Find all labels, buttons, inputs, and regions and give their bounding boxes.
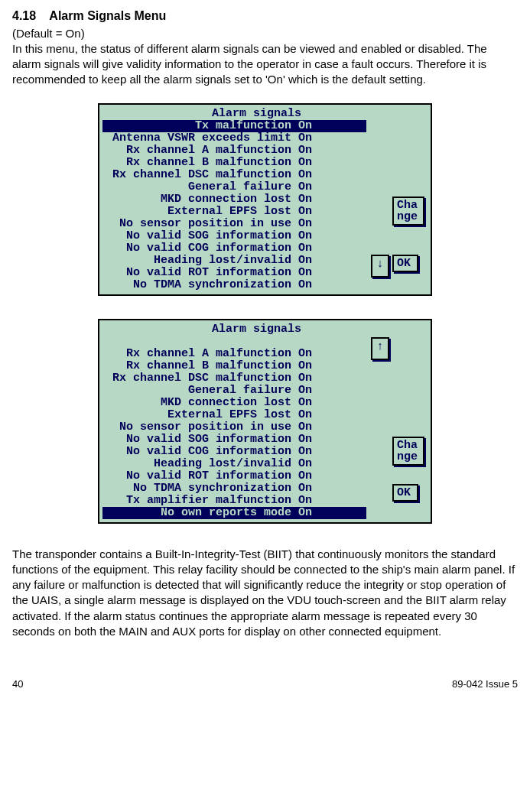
- alarm-row[interactable]: Rx channel A malfunction On: [102, 145, 366, 157]
- alarm-row[interactable]: Heading lost/invalid On: [102, 255, 366, 267]
- screen-2-container: Alarm signals Rx channel A malfunction O…: [12, 319, 518, 524]
- alarm-row[interactable]: Rx channel B malfunction On: [102, 157, 366, 169]
- alarm-row[interactable]: Tx malfunction On: [102, 120, 366, 132]
- button-column-1: Cha nge ↓ OK: [366, 108, 428, 291]
- alarm-row[interactable]: No TDMA synchronization On: [102, 482, 366, 495]
- doc-id: 89-042 Issue 5: [452, 677, 518, 691]
- lcd-area-1: Alarm signals Tx malfunction On Antenna …: [102, 108, 366, 291]
- screen-2: Alarm signals Rx channel A malfunction O…: [98, 319, 432, 524]
- up-arrow-icon: ↑: [376, 340, 383, 353]
- alarm-row[interactable]: No valid ROT information On: [102, 267, 366, 279]
- alarm-row[interactable]: MKD connection lost On: [102, 193, 366, 206]
- alarm-row[interactable]: Heading lost/invalid On: [102, 458, 366, 470]
- button-column-2: ↑ Cha nge OK: [366, 323, 428, 519]
- alarm-row[interactable]: No valid COG information On: [102, 446, 366, 458]
- change-label: Cha nge: [397, 199, 418, 223]
- alarm-row[interactable]: General failure On: [102, 385, 366, 397]
- alarm-row[interactable]: External EPFS lost On: [102, 409, 366, 421]
- ok-label: OK: [397, 257, 411, 270]
- alarm-row[interactable]: Rx channel DSC malfunction On: [102, 372, 366, 385]
- alarm-row[interactable]: No valid COG information On: [102, 242, 366, 255]
- alarm-row[interactable]: No own reports mode On: [102, 507, 366, 519]
- alarm-row[interactable]: No valid SOG information On: [102, 230, 366, 242]
- alarm-row[interactable]: External EPFS lost On: [102, 206, 366, 218]
- ok-button[interactable]: OK: [392, 484, 418, 502]
- intro-paragraph: In this menu, the status of different al…: [12, 41, 518, 88]
- alarm-row[interactable]: No valid ROT information On: [102, 470, 366, 482]
- page-footer: 40 89-042 Issue 5: [12, 677, 518, 691]
- alarm-row[interactable]: Rx channel B malfunction On: [102, 360, 366, 372]
- screen-1: Alarm signals Tx malfunction On Antenna …: [98, 103, 432, 296]
- alarm-row[interactable]: Rx channel DSC malfunction On: [102, 169, 366, 181]
- section-heading: 4.18 Alarm Signals Menu: [12, 8, 518, 24]
- alarm-row[interactable]: No TDMA synchronization On: [102, 279, 366, 291]
- alarm-row[interactable]: No sensor position in use On: [102, 218, 366, 230]
- alarm-row[interactable]: Tx amplifier malfunction On: [102, 495, 366, 507]
- change-button[interactable]: Cha nge: [392, 197, 424, 226]
- default-note: (Default = On): [12, 26, 518, 41]
- ok-button[interactable]: OK: [392, 255, 418, 272]
- alarm-row[interactable]: MKD connection lost On: [102, 397, 366, 409]
- lcd-blank: [102, 336, 366, 348]
- down-arrow-icon: ↓: [376, 258, 383, 271]
- body-paragraph-2: The transponder contains a Built-In-Inte…: [12, 547, 518, 640]
- change-label: Cha nge: [397, 439, 418, 463]
- section-title: Alarm Signals Menu: [49, 9, 166, 22]
- page-number: 40: [12, 677, 23, 691]
- alarm-row[interactable]: Antenna VSWR exceeds limit On: [102, 132, 366, 145]
- lcd-title: Alarm signals: [102, 323, 366, 336]
- alarm-row[interactable]: No sensor position in use On: [102, 421, 366, 434]
- lcd-title: Alarm signals: [102, 108, 366, 120]
- ok-label: OK: [397, 486, 411, 499]
- alarm-row[interactable]: Rx channel A malfunction On: [102, 348, 366, 360]
- alarm-row[interactable]: General failure On: [102, 181, 366, 193]
- screen-1-container: Alarm signals Tx malfunction On Antenna …: [12, 103, 518, 296]
- alarm-row[interactable]: No valid SOG information On: [102, 434, 366, 446]
- up-arrow-button[interactable]: ↑: [371, 337, 389, 360]
- lcd-area-2: Alarm signals Rx channel A malfunction O…: [102, 323, 366, 519]
- change-button[interactable]: Cha nge: [392, 437, 424, 466]
- section-number: 4.18: [12, 9, 36, 22]
- down-arrow-button[interactable]: ↓: [371, 255, 389, 278]
